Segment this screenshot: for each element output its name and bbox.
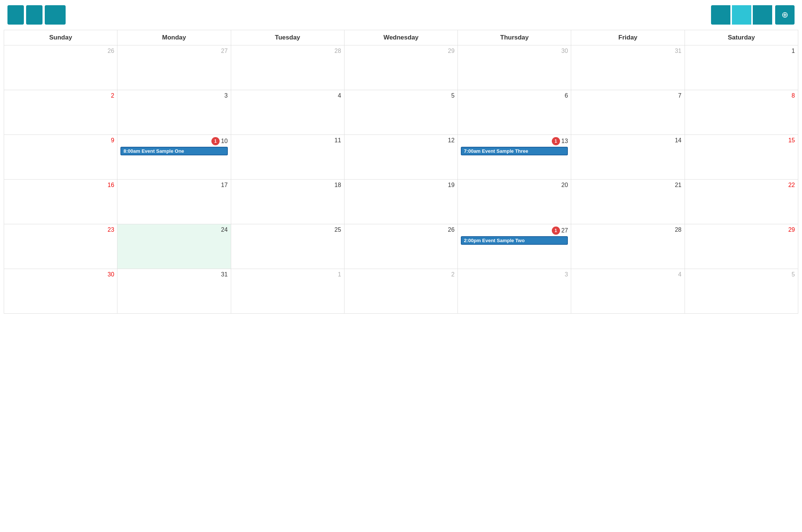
calendar-cell[interactable]: 6 (458, 90, 571, 135)
day-number: 23 (107, 227, 114, 233)
day-number: 2 (451, 271, 455, 278)
calendar-cell[interactable]: 30 (4, 269, 117, 314)
calendar-cell[interactable]: 15 (685, 135, 798, 180)
calendar-cell[interactable]: 9 (4, 135, 117, 180)
day-number: 4 (678, 271, 682, 278)
day-number: 3 (565, 271, 568, 278)
day-number: 11 (334, 137, 341, 144)
event-item[interactable]: 2:00pm Event Sample Two (461, 236, 568, 245)
day-number: 5 (451, 92, 455, 99)
calendar-cell[interactable]: 30 (458, 45, 571, 90)
column-header-saturday: Saturday (685, 30, 798, 45)
calendar-cell[interactable]: 11 (231, 135, 344, 180)
day-number: 16 (107, 182, 114, 189)
day-number: 29 (448, 48, 455, 54)
day-number: 14 (675, 137, 682, 144)
calendar-cell[interactable]: 23 (4, 224, 117, 269)
calendar-cell[interactable]: 31 (571, 45, 685, 90)
column-header-thursday: Thursday (458, 30, 571, 45)
day-number: 7 (678, 92, 682, 99)
next-button[interactable] (26, 5, 43, 25)
column-header-friday: Friday (571, 30, 685, 45)
calendar-cell[interactable]: 3 (458, 269, 571, 314)
calendar-cell[interactable]: 18 (231, 180, 344, 224)
day-number: 24 (221, 227, 228, 233)
calendar-cell[interactable]: 31 (117, 269, 231, 314)
calendar-cell[interactable]: 22 (685, 180, 798, 224)
calendar-cell[interactable]: 4 (571, 269, 685, 314)
column-header-tuesday: Tuesday (231, 30, 344, 45)
prev-button[interactable] (7, 5, 24, 25)
toolbar: ⊕ (0, 0, 802, 30)
calendar-cell[interactable]: 2 (4, 90, 117, 135)
calendar-cell[interactable]: 7 (571, 90, 685, 135)
calendar-cell[interactable]: 1137:00am Event Sample Three (458, 135, 571, 180)
day-number: 22 (788, 182, 795, 189)
calendar-cell[interactable]: 21 (571, 180, 685, 224)
calendar-cell[interactable]: 25 (231, 224, 344, 269)
day-number: 1 (338, 271, 341, 278)
year-view-button[interactable] (711, 5, 730, 25)
column-header-sunday: Sunday (4, 30, 117, 45)
calendar-cell[interactable]: 26 (4, 45, 117, 90)
day-number: 29 (788, 227, 795, 233)
calendar-cell[interactable]: 8 (685, 90, 798, 135)
day-number: 26 (448, 227, 455, 233)
day-number: 4 (338, 92, 341, 99)
nav-controls (7, 5, 66, 25)
column-header-monday: Monday (117, 30, 231, 45)
calendar-cell[interactable]: 20 (458, 180, 571, 224)
day-number: 20 (562, 182, 568, 189)
day-number: 9 (111, 137, 114, 144)
calendar-cell[interactable]: 28 (231, 45, 344, 90)
calendar-cell[interactable]: 19 (344, 180, 457, 224)
calendar-cell[interactable]: 12 (344, 135, 457, 180)
calendar-cell[interactable]: 5 (685, 269, 798, 314)
calendar-cell[interactable]: 2 (344, 269, 457, 314)
day-number: 31 (675, 48, 682, 54)
day-number: 10 (221, 138, 228, 145)
column-header-wednesday: Wednesday (344, 30, 457, 45)
day-number: 1 (792, 48, 795, 54)
calendar-cell[interactable]: 26 (344, 224, 457, 269)
day-number: 31 (221, 271, 228, 278)
day-number: 30 (562, 48, 568, 54)
calendar-cell[interactable]: 14 (571, 135, 685, 180)
day-number: 3 (224, 92, 228, 99)
download-button[interactable]: ⊕ (775, 5, 795, 25)
calendar-cell[interactable]: 4 (231, 90, 344, 135)
calendar-cell[interactable]: 1 (685, 45, 798, 90)
day-number: 18 (334, 182, 341, 189)
event-count-badge: 1 (211, 137, 220, 145)
day-number: 27 (221, 48, 228, 54)
download-icon: ⊕ (781, 10, 788, 20)
calendar-container: SundayMondayTuesdayWednesdayThursdayFrid… (0, 30, 802, 317)
month-view-button[interactable] (732, 5, 751, 25)
calendar-cell[interactable]: 28 (571, 224, 685, 269)
day-number: 15 (788, 137, 795, 144)
calendar-cell[interactable]: 1272:00pm Event Sample Two (458, 224, 571, 269)
event-item[interactable]: 8:00am Event Sample One (120, 147, 227, 155)
day-number: 17 (221, 182, 228, 189)
calendar-cell[interactable]: 17 (117, 180, 231, 224)
today-button[interactable] (45, 5, 66, 25)
event-count-badge: 1 (552, 227, 560, 235)
event-item[interactable]: 7:00am Event Sample Three (461, 147, 568, 155)
week-view-button[interactable] (753, 5, 772, 25)
calendar-cell[interactable]: 24 (117, 224, 231, 269)
view-controls: ⊕ (711, 5, 795, 25)
day-number: 5 (792, 271, 795, 278)
calendar-cell[interactable]: 16 (4, 180, 117, 224)
calendar-cell[interactable]: 1108:00am Event Sample One (117, 135, 231, 180)
event-count-badge: 1 (552, 137, 560, 145)
day-number: 2 (111, 92, 114, 99)
day-number: 12 (448, 137, 455, 144)
calendar-cell[interactable]: 27 (117, 45, 231, 90)
calendar-cell[interactable]: 5 (344, 90, 457, 135)
calendar-cell[interactable]: 3 (117, 90, 231, 135)
day-number: 30 (107, 271, 114, 278)
day-number: 13 (562, 138, 568, 145)
calendar-cell[interactable]: 29 (685, 224, 798, 269)
calendar-cell[interactable]: 29 (344, 45, 457, 90)
calendar-cell[interactable]: 1 (231, 269, 344, 314)
